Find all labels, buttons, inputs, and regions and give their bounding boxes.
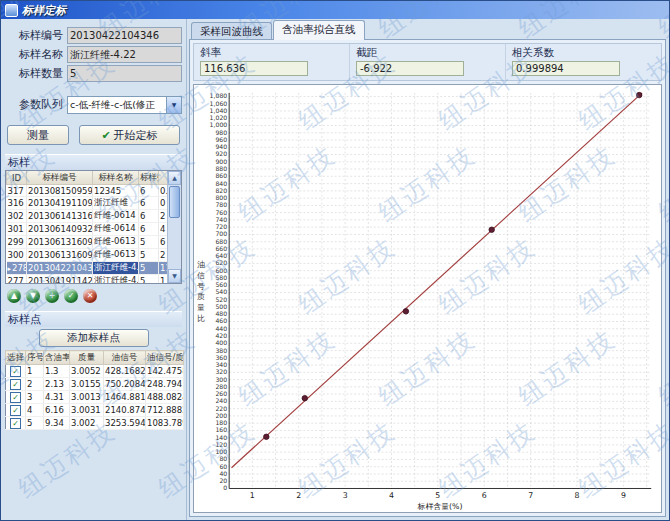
samples-grid: ID标样编号标样名称标样数量317201308150959211234560.3… xyxy=(5,170,182,284)
sample-form: 标样编号20130422104346标样名称浙江纤维-4.22标样数量5 xyxy=(5,25,182,84)
correlation-value: 0.999894 xyxy=(512,61,620,76)
point-checkbox[interactable]: ✓ xyxy=(10,366,21,377)
svg-text:1,020: 1,020 xyxy=(210,114,228,121)
column-header: ID xyxy=(7,171,27,185)
table-row[interactable]: 30020130613160900纤维-061352 xyxy=(7,249,172,262)
svg-text:8: 8 xyxy=(574,491,579,500)
svg-text:540: 540 xyxy=(215,288,227,295)
nav-up-icon[interactable]: ▲ xyxy=(7,289,21,303)
sample-qty-input[interactable]: 5 xyxy=(67,65,182,82)
point-checkbox[interactable]: ✓ xyxy=(10,379,21,390)
confirm-icon[interactable]: ✓ xyxy=(64,289,78,303)
table-row: ✓46.163.00312140.8745712.8882 xyxy=(6,404,184,417)
samples-section-label: 标样 xyxy=(5,154,182,170)
tab-oil-fit-line[interactable]: 含油率拟合直线 xyxy=(273,20,365,40)
column-header: 序号 xyxy=(26,351,44,365)
measure-button[interactable]: 测量 xyxy=(7,125,69,145)
svg-text:580: 580 xyxy=(215,274,227,281)
check-icon: ✔ xyxy=(101,129,110,142)
svg-text:3: 3 xyxy=(343,491,348,500)
svg-text:440: 440 xyxy=(215,325,227,332)
start-calibration-label: 开始定标 xyxy=(114,128,158,143)
svg-text:740: 740 xyxy=(215,216,227,223)
tab-sampling-echo-curve[interactable]: 采样回波曲线 xyxy=(191,22,272,40)
scroll-down-icon[interactable]: ▼ xyxy=(168,269,181,283)
svg-text:9: 9 xyxy=(621,491,626,500)
chart-area: 0204060801001201401601802002202402602803… xyxy=(193,84,662,513)
svg-text:860: 860 xyxy=(215,172,227,179)
field-label: 标样数量 xyxy=(5,66,67,81)
start-calibration-button[interactable]: ✔ 开始定标 xyxy=(79,125,180,145)
svg-text:360: 360 xyxy=(215,354,227,361)
svg-text:920: 920 xyxy=(215,150,227,157)
column-header: 标样数量 xyxy=(139,171,159,185)
svg-text:700: 700 xyxy=(215,230,227,237)
nav-down-icon[interactable]: ▼ xyxy=(26,289,40,303)
svg-text:80: 80 xyxy=(219,455,227,462)
svg-text:960: 960 xyxy=(215,136,227,143)
add-record-icon[interactable]: + xyxy=(45,289,59,303)
point-checkbox[interactable]: ✓ xyxy=(10,392,21,403)
samples-scrollbar[interactable]: ▲ ▼ xyxy=(167,171,181,283)
svg-text:400: 400 xyxy=(215,339,227,346)
table-row[interactable]: 27820130422104346浙江纤维-4.22511 xyxy=(7,262,172,275)
add-point-button[interactable]: 添加标样点 xyxy=(39,329,149,347)
table-row[interactable]: 31620130419110936浙江纤维60 xyxy=(7,197,172,210)
chevron-down-icon: ▼ xyxy=(166,97,181,113)
field-label: 标样名称 xyxy=(5,47,67,62)
record-navigator: ▲▼+✓✕ xyxy=(5,284,182,308)
svg-text:60: 60 xyxy=(219,463,227,470)
sample-code-input[interactable]: 20130422104346 xyxy=(67,27,182,44)
fit-line-tab-body: 斜率116.636截距-6.922相关系数0.999894 0204060801… xyxy=(189,39,666,517)
intercept-label: 截距 xyxy=(356,46,499,59)
column-header: 油信号 xyxy=(104,351,146,365)
table-row: ✓11.33.0052428.1682142.4758 xyxy=(6,365,184,378)
point-checkbox[interactable]: ✓ xyxy=(10,418,21,429)
svg-text:660: 660 xyxy=(215,245,227,252)
window-title: 标样定标 xyxy=(22,3,66,18)
svg-text:480: 480 xyxy=(215,310,227,317)
table-row[interactable]: 29920130613160905纤维-061356 xyxy=(7,236,172,249)
table-row: ✓34.313.00131464.8817488.0824 xyxy=(6,391,184,404)
svg-text:340: 340 xyxy=(215,361,227,368)
svg-text:820: 820 xyxy=(215,187,227,194)
column-header: 油信号/质量 xyxy=(146,351,184,365)
svg-text:1,080: 1,080 xyxy=(210,92,228,99)
svg-text:600: 600 xyxy=(215,267,227,274)
svg-text:比: 比 xyxy=(197,314,205,323)
svg-text:940: 940 xyxy=(215,143,227,150)
column-header: 选择 xyxy=(6,351,26,365)
svg-text:200: 200 xyxy=(215,412,227,419)
scroll-up-icon[interactable]: ▲ xyxy=(168,171,181,185)
table-row[interactable]: 30220130614131628纤维-061462 xyxy=(7,210,172,223)
svg-text:500: 500 xyxy=(215,303,227,310)
points-section-label: 标样点 xyxy=(5,311,182,327)
table-row[interactable]: 30120130614093222纤维-061464 xyxy=(7,223,172,236)
svg-text:680: 680 xyxy=(215,238,227,245)
param-queue-select[interactable]: c-低-纤维-c-低(修正 ▼ xyxy=(67,96,182,114)
svg-text:0: 0 xyxy=(223,484,227,491)
param-queue-label: 参数队列 xyxy=(5,97,67,112)
correlation-label: 相关系数 xyxy=(512,46,655,59)
svg-text:140: 140 xyxy=(215,434,227,441)
table-row[interactable]: 317201308150959211234560. xyxy=(7,185,172,197)
svg-text:260: 260 xyxy=(215,390,227,397)
svg-text:720: 720 xyxy=(215,223,227,230)
svg-text:质: 质 xyxy=(197,292,205,301)
table-row[interactable]: 27720130419114251浙江纤维-4.1951 xyxy=(7,275,172,285)
svg-text:160: 160 xyxy=(215,426,227,433)
delete-icon[interactable]: ✕ xyxy=(83,289,97,303)
intercept-value: -6.922 xyxy=(356,61,464,76)
svg-text:1,060: 1,060 xyxy=(210,100,228,107)
fit-line-chart: 0204060801001201401601802002202402602803… xyxy=(194,85,661,512)
svg-text:号: 号 xyxy=(197,282,205,291)
sample-name-input[interactable]: 浙江纤维-4.22 xyxy=(67,46,182,63)
app-icon xyxy=(5,4,18,17)
svg-text:油: 油 xyxy=(197,260,205,269)
scroll-thumb[interactable] xyxy=(169,186,180,218)
svg-text:840: 840 xyxy=(215,180,227,187)
svg-text:100: 100 xyxy=(215,448,227,455)
svg-text:240: 240 xyxy=(215,397,227,404)
svg-text:120: 120 xyxy=(215,441,227,448)
point-checkbox[interactable]: ✓ xyxy=(10,405,21,416)
